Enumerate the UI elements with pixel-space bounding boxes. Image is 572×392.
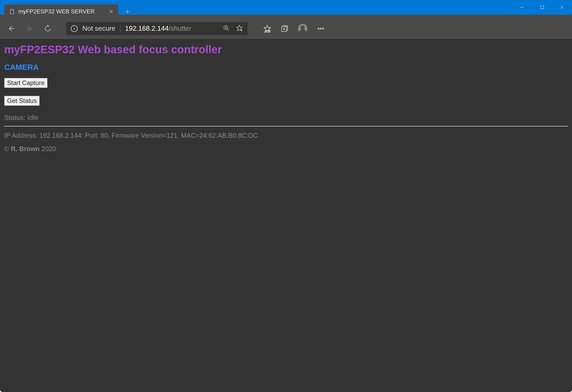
svg-line-11 — [227, 29, 229, 31]
copyright-author: R. Brown — [11, 145, 40, 152]
security-label: Not secure — [82, 24, 115, 33]
page-title: myFP2ESP32 Web based focus controller — [4, 43, 568, 56]
window-controls — [512, 0, 572, 15]
add-favorite-icon[interactable] — [236, 25, 243, 33]
refresh-button[interactable] — [42, 23, 53, 34]
zoom-icon[interactable] — [223, 25, 230, 33]
page-icon — [9, 9, 15, 14]
status-label: Status: — [4, 114, 25, 121]
svg-point-24 — [318, 28, 319, 29]
url-host: 192.168.2.144 — [125, 24, 169, 32]
profile-avatar[interactable] — [298, 24, 307, 33]
status-line: Status: Idle — [4, 114, 568, 122]
divider — [4, 126, 568, 126]
browser-tab[interactable]: myFP2ESP32 WEB SERVER — [4, 4, 118, 19]
status-value: Idle — [27, 114, 38, 121]
separator — [120, 25, 120, 32]
copyright-symbol: © — [4, 145, 9, 152]
url-path: /shutter — [169, 24, 191, 32]
copyright-year: 2020 — [41, 145, 56, 152]
browser-window: myFP2ESP32 WEB SERVER i Not secure 192.1… — [0, 0, 572, 392]
addressbar-actions — [223, 25, 243, 33]
back-button[interactable] — [6, 23, 16, 34]
page-content: myFP2ESP32 Web based focus controller CA… — [0, 39, 572, 392]
toolbar-right-icons — [263, 24, 325, 33]
forward-button[interactable] — [24, 23, 35, 34]
tab-title: myFP2ESP32 WEB SERVER — [18, 8, 105, 15]
menu-button[interactable] — [317, 25, 325, 33]
minimize-button[interactable] — [512, 0, 532, 15]
svg-point-25 — [320, 28, 322, 29]
svg-point-26 — [323, 28, 324, 29]
maximize-button[interactable] — [532, 0, 552, 15]
get-status-button[interactable]: Get Status — [4, 96, 40, 106]
new-tab-button[interactable] — [121, 5, 134, 18]
svg-marker-17 — [264, 25, 271, 31]
tab-strip: myFP2ESP32 WEB SERVER — [0, 0, 134, 19]
collections-icon[interactable] — [281, 25, 288, 33]
copyright-line: © R. Brown 2020 — [4, 145, 568, 153]
section-title: CAMERA — [4, 63, 568, 72]
address-bar[interactable]: i Not secure 192.168.2.144/shutter — [66, 22, 248, 35]
start-capture-button[interactable]: Start Capture — [4, 78, 47, 88]
favorites-icon[interactable] — [263, 25, 271, 33]
tab-close-button[interactable] — [109, 9, 114, 14]
close-button[interactable] — [552, 0, 572, 15]
url-text: 192.168.2.144/shutter — [125, 24, 191, 33]
svg-rect-1 — [541, 6, 544, 9]
browser-toolbar: i Not secure 192.168.2.144/shutter — [0, 19, 572, 39]
site-info-icon[interactable]: i — [71, 25, 78, 32]
footer-info: IP Address: 192.168.2.144: Port: 80, Fir… — [4, 132, 568, 139]
